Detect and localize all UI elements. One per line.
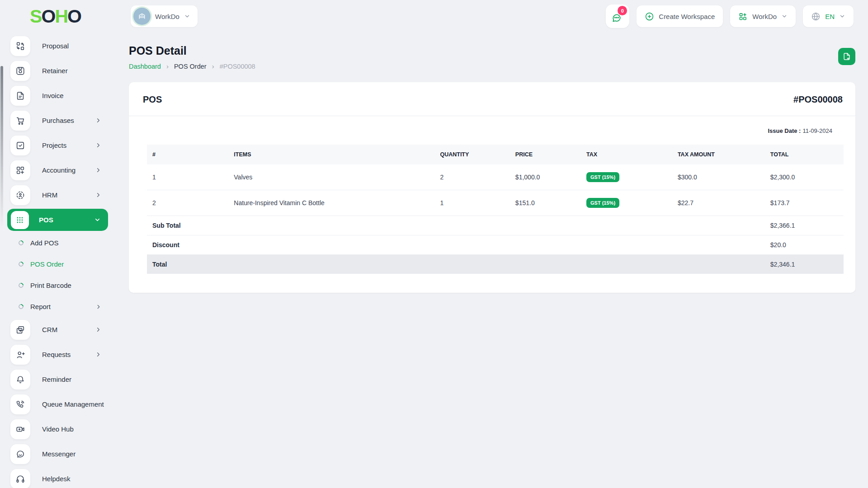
chevron-right-icon	[95, 304, 102, 310]
breadcrumb: Dashboard › POS Order › #POS00008	[129, 62, 255, 70]
invoice-icon	[10, 86, 30, 106]
sidebar-item-label: Video Hub	[42, 425, 74, 433]
file-plus-icon	[842, 52, 851, 61]
col-header-price: PRICE	[510, 145, 581, 164]
breadcrumb-dashboard-link[interactable]: Dashboard	[129, 63, 161, 70]
total-value: $2,346.1	[765, 255, 844, 274]
sidebar-item-accounting[interactable]: Accounting	[0, 158, 111, 183]
topbar: SOHO WorkDo 0 Create Workspace	[0, 0, 868, 33]
requests-icon	[10, 345, 30, 365]
col-header-total: TOTAL	[765, 145, 844, 164]
sidebar-subitem-print-barcode[interactable]: Print Barcode	[0, 275, 111, 296]
sidebar-item-video-hub[interactable]: Video Hub	[0, 417, 111, 441]
chevron-right-icon: ›	[166, 62, 169, 70]
items-table-wrapper: # ITEMS QUANTITY PRICE TAX TAX AMOUNT TO…	[129, 145, 855, 293]
topbar-actions: 0 Create Workspace WorkDo EN	[606, 5, 854, 28]
sidebar-subitem-add-pos[interactable]: Add POS	[0, 232, 111, 253]
empty-cell	[228, 235, 765, 255]
create-workspace-button[interactable]: Create Workspace	[637, 5, 723, 27]
sidebar-item-queue-management[interactable]: Queue Management	[0, 392, 111, 417]
sidebar-subitem-label: Print Barcode	[30, 282, 71, 289]
empty-cell	[228, 216, 765, 235]
chevron-right-icon	[95, 117, 102, 124]
create-invoice-button[interactable]	[838, 48, 855, 65]
page-header: POS Detail Dashboard › POS Order › #POS0…	[129, 44, 855, 70]
sidebar-item-helpdesk[interactable]: Helpdesk	[0, 466, 111, 488]
issue-date-row: Issue Date :11-09-2024	[129, 116, 855, 145]
sidebar-item-invoice[interactable]: Invoice	[0, 83, 111, 108]
breadcrumb-pos-order-link[interactable]: POS Order	[174, 63, 207, 70]
subtotal-row: Sub Total $2,366.1	[147, 216, 844, 235]
soho-logo: SOHO	[30, 7, 81, 26]
sidebar-item-label: Requests	[42, 351, 71, 358]
tax-badge: GST (15%)	[586, 198, 619, 208]
sidebar-item-label: Messenger	[42, 450, 75, 458]
col-header-tax: TAX	[581, 145, 672, 164]
sidebar-item-label: Purchases	[42, 117, 74, 124]
proposal-icon	[10, 36, 30, 56]
video-camera-icon	[10, 419, 30, 439]
sidebar-item-label: Projects	[42, 141, 66, 149]
app-switcher-button[interactable]: WorkDo	[730, 5, 796, 27]
sidebar: Proposal Retainer Invoice Purchases	[0, 33, 111, 488]
bullet-icon	[18, 282, 24, 289]
pos-items-table: # ITEMS QUANTITY PRICE TAX TAX AMOUNT TO…	[147, 145, 844, 274]
brand-logo: SOHO	[0, 7, 111, 26]
sidebar-item-label: Queue Management	[42, 400, 104, 408]
breadcrumb-current: #POS00008	[220, 63, 255, 70]
sidebar-item-messenger[interactable]: Messenger	[0, 441, 111, 466]
message-bubble-icon	[10, 444, 30, 464]
workspace-selector[interactable]: WorkDo	[131, 5, 198, 27]
discount-row: Discount $20.0	[147, 235, 844, 255]
chevron-down-icon	[839, 13, 845, 19]
cell-tax-amount: $300.0	[672, 164, 765, 190]
sidebar-subitem-pos-order[interactable]: POS Order	[0, 253, 111, 275]
sidebar-item-label: Helpdesk	[42, 475, 71, 483]
sidebar-item-reminder[interactable]: Reminder	[0, 367, 111, 392]
globe-icon	[811, 12, 821, 21]
sidebar-item-label: Retainer	[42, 67, 68, 75]
sidebar-scrollbar[interactable]	[0, 66, 3, 229]
chevron-right-icon	[95, 167, 102, 174]
crm-icon	[10, 320, 30, 340]
sidebar-item-crm[interactable]: CRM	[0, 317, 111, 342]
table-row: 1 Valves 2 $1,000.0 GST (15%) $300.0 $2,…	[147, 164, 844, 190]
sidebar-item-pos[interactable]: POS	[7, 209, 108, 231]
sidebar-item-label: HRM	[42, 191, 57, 199]
messages-button[interactable]: 0	[606, 5, 629, 28]
subtotal-value: $2,366.1	[765, 216, 844, 235]
cell-total: $2,300.0	[765, 164, 844, 190]
cell-no: 2	[147, 190, 228, 216]
retainer-icon	[10, 61, 30, 81]
building-icon	[137, 12, 146, 21]
col-header-items: ITEMS	[228, 145, 434, 164]
workspace-name: WorkDo	[155, 13, 179, 20]
card-title: POS	[143, 94, 162, 105]
pos-detail-card: POS #POS00008 Issue Date :11-09-2024 # I…	[129, 82, 855, 293]
cell-price: $151.0	[510, 190, 581, 216]
bullet-icon	[18, 239, 24, 246]
col-header-quantity: QUANTITY	[434, 145, 509, 164]
accounting-icon	[10, 160, 30, 180]
empty-cell	[228, 255, 765, 274]
sidebar-item-retainer[interactable]: Retainer	[0, 58, 111, 83]
phone-call-icon	[10, 394, 30, 414]
projects-icon	[10, 136, 30, 155]
sidebar-subitem-label: Add POS	[30, 239, 59, 247]
chevron-down-icon	[781, 13, 788, 19]
notification-badge: 0	[618, 6, 627, 15]
sidebar-item-projects[interactable]: Projects	[0, 133, 111, 158]
bullet-icon	[18, 261, 24, 267]
sidebar-item-requests[interactable]: Requests	[0, 342, 111, 367]
language-selector[interactable]: EN	[803, 5, 854, 27]
sidebar-item-proposal[interactable]: Proposal	[0, 33, 111, 58]
chevron-right-icon	[95, 142, 102, 149]
sidebar-item-purchases[interactable]: Purchases	[0, 108, 111, 133]
sidebar-item-hrm[interactable]: HRM	[0, 183, 111, 207]
purchases-icon	[10, 111, 30, 131]
sidebar-item-label: Proposal	[42, 42, 69, 50]
sidebar-subitem-report[interactable]: Report	[0, 296, 111, 317]
issue-date-value: 11-09-2024	[802, 127, 832, 134]
cell-tax-amount: $22.7	[672, 190, 765, 216]
cell-total: $173.7	[765, 190, 844, 216]
